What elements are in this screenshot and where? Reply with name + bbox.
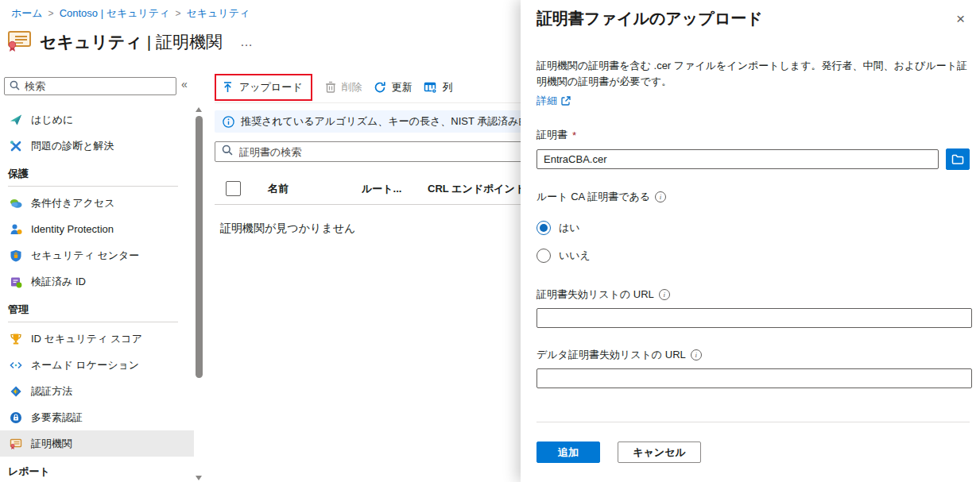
- paper-plane-icon: [10, 114, 22, 126]
- external-link-icon: [561, 96, 571, 106]
- shield-lock-icon: [10, 249, 22, 262]
- sidebar-item-label: 多要素認証: [31, 411, 83, 425]
- crl-url-input[interactable]: [536, 308, 972, 328]
- columns-button-label: 列: [443, 80, 453, 94]
- cancel-button[interactable]: キャンセル: [618, 442, 701, 463]
- sidebar-item-mfa[interactable]: 多要素認証: [0, 404, 194, 430]
- certificate-icon: [10, 438, 22, 450]
- info-icon[interactable]: i: [655, 191, 666, 202]
- sidebar-search-box: [4, 77, 176, 95]
- verified-id-icon: [10, 276, 22, 288]
- panel-header: 証明書ファイルのアップロード ×: [536, 0, 970, 29]
- root-ca-option-no[interactable]: いいえ: [536, 249, 591, 263]
- delete-button-label: 削除: [342, 80, 362, 94]
- tools-icon: [10, 140, 22, 152]
- sidebar-search-input[interactable]: [25, 80, 171, 92]
- refresh-button-label: 更新: [392, 80, 413, 94]
- named-locations-icon: [10, 359, 22, 372]
- sidebar-item-conditional-access[interactable]: 条件付きアクセス: [0, 190, 194, 216]
- sidebar-item-identity-protection[interactable]: Identity Protection: [0, 216, 194, 242]
- sidebar: « はじめに 問題の診断と解決 保護 条件付きアクセス Identity Pro…: [0, 71, 205, 482]
- empty-state-message: 証明機関が見つかりません: [215, 222, 521, 236]
- radio-selected-icon: [536, 221, 551, 235]
- info-banner: 推奨されているアルゴリズム、キーの長さ、NIST 承認済み曲線: [215, 110, 521, 133]
- radio-label: はい: [559, 221, 580, 235]
- columns-button[interactable]: 列: [424, 80, 453, 94]
- sidebar-nav: はじめに 問題の診断と解決 保護 条件付きアクセス Identity Prote…: [0, 106, 194, 482]
- column-header-root: ルート...: [362, 182, 401, 196]
- info-banner-text: 推奨されているアルゴリズム、キーの長さ、NIST 承認済み曲線: [241, 114, 521, 129]
- certificate-search-box: [215, 141, 521, 162]
- info-icon[interactable]: i: [691, 349, 702, 361]
- root-ca-option-yes[interactable]: はい: [536, 221, 580, 235]
- breadcrumb-home-link[interactable]: ホーム: [11, 6, 43, 21]
- required-mark: *: [572, 129, 576, 141]
- scrollbar-thumb[interactable]: [196, 116, 203, 378]
- conditional-access-icon: [10, 197, 22, 210]
- upload-certificate-panel: 証明書ファイルのアップロード × 証明機関の証明書を含む .cer ファイルをイ…: [521, 0, 980, 482]
- divider: [8, 322, 178, 322]
- add-button[interactable]: 追加: [536, 442, 600, 463]
- panel-description: 証明機関の証明書を含む .cer ファイルをインポートします。発行者、中間、およ…: [536, 58, 970, 90]
- refresh-button[interactable]: 更新: [374, 80, 413, 94]
- chevron-right-icon: >: [48, 8, 54, 19]
- more-options-icon[interactable]: …: [240, 35, 254, 49]
- certificate-field-label: 証明書*: [536, 128, 970, 142]
- chevron-right-icon: >: [175, 8, 180, 19]
- sidebar-item-named-locations[interactable]: ネームド ロケーション: [0, 352, 194, 378]
- sidebar-item-diagnose-solve[interactable]: 問題の診断と解決: [0, 133, 194, 159]
- sidebar-collapse-button[interactable]: «: [181, 78, 188, 91]
- browse-file-button[interactable]: [946, 148, 970, 170]
- sidebar-item-id-secure-score[interactable]: ID セキュリティ スコア: [0, 326, 194, 352]
- table-header-row: 名前 ルート... CRL エンドポイント: [215, 177, 521, 205]
- sidebar-item-label: ID セキュリティ スコア: [31, 332, 142, 346]
- delete-button[interactable]: 削除: [325, 80, 362, 94]
- crl-url-label: 証明書失効リストの URL i: [536, 287, 970, 302]
- command-bar: アップロード 削除 更新 列: [215, 71, 521, 103]
- certificate-file-input[interactable]: [536, 149, 939, 169]
- radio-label: いいえ: [559, 249, 591, 263]
- certificate-field-row: [536, 148, 970, 170]
- page-title: セキュリティ | 証明機関: [40, 31, 223, 53]
- search-icon: [10, 79, 20, 94]
- sidebar-section-manage: 管理: [0, 295, 194, 320]
- details-link[interactable]: 詳細: [536, 94, 571, 108]
- sidebar-item-label: はじめに: [31, 113, 73, 127]
- info-icon[interactable]: i: [659, 289, 670, 300]
- sidebar-item-auth-methods[interactable]: 認証方法: [0, 378, 194, 404]
- delta-crl-url-input[interactable]: [536, 368, 972, 388]
- sidebar-section-protect: 保護: [0, 159, 194, 184]
- upload-button[interactable]: アップロード: [222, 80, 303, 94]
- padlock-icon: [10, 411, 22, 424]
- column-header-crl-endpoint: CRL エンドポイント: [428, 182, 521, 196]
- sidebar-item-label: 条件付きアクセス: [31, 196, 115, 210]
- trophy-icon: [10, 333, 22, 345]
- scroll-down-icon[interactable]: [196, 476, 202, 480]
- select-all-checkbox[interactable]: [226, 181, 241, 196]
- sidebar-item-verified-id[interactable]: 検証済み ID: [0, 268, 194, 295]
- sidebar-item-label: Identity Protection: [31, 223, 114, 235]
- sidebar-item-label: 検証済み ID: [31, 275, 86, 289]
- certificate-search-input[interactable]: [239, 146, 521, 158]
- divider: [8, 186, 178, 187]
- root-ca-label: ルート CA 証明書である i: [536, 190, 970, 204]
- certificate-icon: [6, 29, 32, 56]
- radio-unselected-icon: [536, 249, 551, 263]
- sidebar-item-getting-started[interactable]: はじめに: [0, 106, 194, 133]
- breadcrumb-security-link[interactable]: セキュリティ: [187, 6, 250, 21]
- sidebar-item-certificate-authorities[interactable]: 証明機関: [0, 430, 194, 457]
- sidebar-item-security-center[interactable]: セキュリティ センター: [0, 242, 194, 268]
- auth-methods-icon: [10, 385, 22, 398]
- close-icon[interactable]: ×: [951, 8, 970, 29]
- page-header: セキュリティ | 証明機関 …: [6, 29, 254, 56]
- info-icon: [223, 116, 234, 128]
- breadcrumb-contoso-security-link[interactable]: Contoso | セキュリティ: [60, 6, 170, 21]
- sidebar-item-label: 証明機関: [31, 437, 72, 451]
- details-link-label: 詳細: [536, 94, 557, 108]
- upload-icon: [222, 81, 234, 93]
- delta-crl-url-label: デルタ証明書失効リストの URL i: [536, 348, 970, 362]
- scroll-up-icon[interactable]: [196, 107, 202, 112]
- sidebar-section-report: レポート: [0, 457, 194, 482]
- breadcrumb: ホーム > Contoso | セキュリティ > セキュリティ: [11, 6, 250, 21]
- upload-button-label: アップロード: [239, 80, 303, 94]
